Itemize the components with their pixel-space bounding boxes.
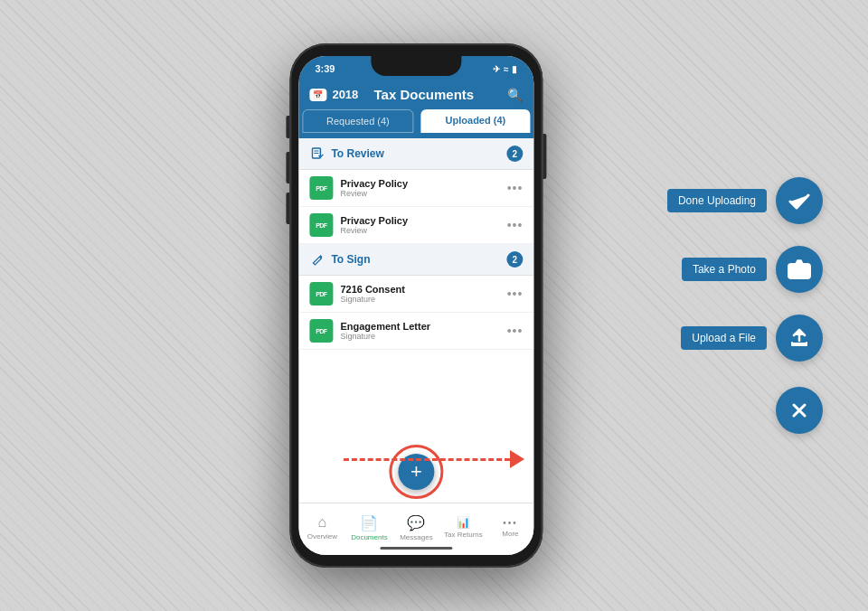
upload-file-button[interactable] (776, 315, 823, 362)
messages-label: Messages (400, 533, 432, 541)
tax-returns-label: Tax Returns (444, 531, 483, 539)
status-icons: ✈ ≈ ▮ (493, 64, 518, 74)
list-item[interactable]: PDF Privacy Policy Review ••• (298, 207, 533, 244)
camera-icon: + (788, 259, 811, 279)
overview-label: Overview (307, 532, 337, 540)
notch (371, 56, 461, 76)
close-button[interactable] (776, 387, 823, 434)
phone-shell: 3:39 ✈ ≈ ▮ 📅 2018 Tax Documents 🔍 R (289, 43, 542, 568)
wifi-icon: ≈ (504, 64, 509, 74)
arrow-annotation (344, 450, 524, 468)
done-uploading-label: Done Uploading (667, 189, 767, 212)
checkmark-icon (788, 190, 810, 212)
tab-more[interactable]: ••• More (486, 507, 533, 548)
calendar-icon: 📅 (309, 89, 326, 101)
item-text: Privacy Policy Review (340, 215, 506, 235)
item-name: Privacy Policy (340, 178, 506, 189)
time-display: 3:39 (315, 63, 335, 74)
item-menu-dots[interactable]: ••• (507, 181, 524, 195)
battery-icon: ▮ (512, 64, 517, 74)
item-sub: Review (340, 226, 506, 235)
tab-overview[interactable]: ⌂ Overview (298, 507, 345, 548)
upload-file-label: Upload a File (681, 326, 767, 350)
tab-messages[interactable]: 💬 Messages (392, 507, 439, 548)
mute-button (286, 116, 289, 138)
pdf-icon: PDF (309, 319, 333, 343)
take-photo-row: Take a Photo + (682, 246, 823, 293)
item-menu-dots[interactable]: ••• (507, 287, 524, 301)
section-to-review-badge: 2 (506, 146, 523, 162)
volume-up-button (286, 152, 289, 183)
list-item[interactable]: PDF Privacy Policy Review ••• (298, 170, 533, 207)
pdf-icon: PDF (309, 176, 333, 200)
scene: 3:39 ✈ ≈ ▮ 📅 2018 Tax Documents 🔍 R (0, 0, 868, 611)
arrow-head (510, 450, 524, 468)
tab-tax-returns[interactable]: 📊 Tax Returns (439, 507, 486, 548)
volume-down-button (286, 193, 289, 224)
phone-screen: 3:39 ✈ ≈ ▮ 📅 2018 Tax Documents 🔍 R (298, 56, 533, 555)
tab-uploaded[interactable]: Uploaded (4) (420, 109, 530, 133)
section-to-review-title: To Review (331, 147, 506, 160)
tab-documents[interactable]: 📄 Documents (345, 507, 392, 548)
action-buttons-panel: Done Uploading Take a Photo + (667, 177, 823, 434)
messages-icon: 💬 (407, 514, 425, 531)
svg-point-5 (806, 265, 808, 268)
pdf-icon: PDF (309, 282, 333, 306)
tab-bar-top: Requested (4) Uploaded (4) (298, 109, 533, 138)
section-to-sign: To Sign 2 (298, 244, 533, 276)
close-icon (789, 400, 809, 420)
close-row (776, 387, 823, 434)
item-menu-dots[interactable]: ••• (507, 218, 524, 232)
home-indicator (380, 547, 452, 550)
year-label: 2018 (332, 88, 358, 101)
item-sub: Signature (340, 332, 506, 341)
done-uploading-button[interactable] (776, 177, 823, 224)
item-text: 7216 Consent Signature (340, 284, 506, 304)
take-photo-label: Take a Photo (682, 258, 767, 281)
overview-icon: ⌂ (318, 514, 327, 531)
document-list: To Review 2 PDF Privacy Policy Review ••… (298, 138, 533, 503)
item-name: 7216 Consent (340, 284, 506, 295)
svg-point-4 (795, 267, 804, 276)
upload-icon (788, 327, 810, 349)
item-sub: Review (340, 189, 506, 198)
documents-label: Documents (351, 533, 387, 541)
item-text: Engagement Letter Signature (340, 321, 506, 341)
more-label: More (502, 530, 518, 538)
tab-requested[interactable]: Requested (4) (302, 109, 413, 133)
pdf-icon: PDF (309, 213, 333, 237)
documents-icon: 📄 (360, 514, 378, 531)
search-icon[interactable]: 🔍 (507, 88, 523, 102)
sign-icon (309, 251, 326, 268)
page-title: Tax Documents (363, 87, 484, 102)
item-sub: Signature (340, 295, 506, 304)
more-icon: ••• (503, 518, 518, 528)
item-text: Privacy Policy Review (340, 178, 506, 198)
section-to-review: To Review 2 (298, 138, 533, 170)
done-uploading-row: Done Uploading (667, 177, 823, 224)
review-icon (309, 146, 326, 162)
airplane-icon: ✈ (493, 64, 500, 74)
svg-text:+: + (797, 262, 801, 268)
list-item[interactable]: PDF 7216 Consent Signature ••• (298, 276, 533, 313)
section-to-sign-title: To Sign (331, 253, 506, 266)
list-item[interactable]: PDF Engagement Letter Signature ••• (298, 313, 533, 350)
dashed-line (344, 458, 510, 461)
take-photo-button[interactable]: + (776, 246, 823, 293)
upload-file-row: Upload a File (681, 315, 823, 362)
item-name: Engagement Letter (340, 321, 506, 332)
power-button (542, 134, 546, 179)
tax-returns-icon: 📊 (457, 516, 470, 529)
section-to-sign-badge: 2 (506, 251, 523, 268)
item-menu-dots[interactable]: ••• (507, 324, 524, 338)
item-name: Privacy Policy (340, 215, 506, 226)
app-header: 📅 2018 Tax Documents 🔍 (298, 81, 533, 109)
